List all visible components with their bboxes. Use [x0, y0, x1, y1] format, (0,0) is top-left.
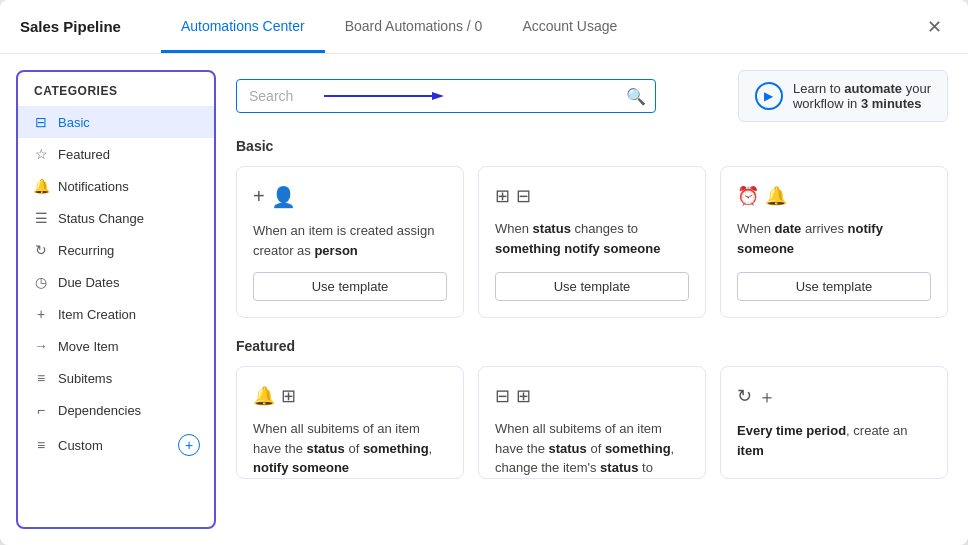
plus-icon: + — [253, 185, 265, 209]
sidebar-label-item-creation: Item Creation — [58, 307, 136, 322]
sidebar-icon-dependencies: ⌐ — [32, 402, 50, 418]
learn-banner: ▶ Learn to automate yourworkflow in 3 mi… — [738, 70, 948, 122]
sidebar-item-move-item[interactable]: → Move Item — [18, 330, 214, 362]
sidebar-label-basic: Basic — [58, 115, 90, 130]
tab-automations-center[interactable]: Automations Center — [161, 2, 325, 53]
basic-section-heading: Basic — [236, 138, 948, 154]
card-assign-creator-text: When an item is created assign creator a… — [253, 221, 447, 260]
play-icon: ▶ — [755, 82, 783, 110]
table-icon-2: ⊟ — [516, 185, 531, 207]
sidebar-label-move-item: Move Item — [58, 339, 119, 354]
header-tabs: Automations CenterBoard Automations / 0A… — [161, 2, 920, 52]
featured-card-1-icons: 🔔 ⊞ — [253, 385, 447, 407]
sidebar-item-status-change[interactable]: ☰ Status Change — [18, 202, 214, 234]
tab-board-automations[interactable]: Board Automations / 0 — [325, 2, 503, 53]
sidebar-item-subitems[interactable]: ≡ Subitems — [18, 362, 214, 394]
card-status-notify-text: When status changes to something notify … — [495, 219, 689, 260]
sidebar-item-due-dates[interactable]: ◷ Due Dates — [18, 266, 214, 298]
content-area: 🔍 ▶ Learn to automate yourworkflow in 3 … — [216, 54, 968, 545]
sidebar-item-featured[interactable]: ☆ Featured — [18, 138, 214, 170]
search-input[interactable] — [236, 79, 656, 113]
search-box: 🔍 — [236, 79, 656, 113]
sidebar-item-custom[interactable]: ≡ Custom + — [18, 426, 214, 464]
featured-card-2-icons: ⊟ ⊞ — [495, 385, 689, 407]
close-button[interactable]: ✕ — [920, 13, 948, 41]
card-date-notify-icons: ⏰ 🔔 — [737, 185, 931, 207]
clock-icon: ⏰ — [737, 185, 759, 207]
featured-section-heading: Featured — [236, 338, 948, 354]
add-custom-icon[interactable]: + — [178, 434, 200, 456]
grid-icon-1: ⊞ — [281, 385, 296, 407]
featured-card-subitems-status: ⊟ ⊞ When all subitems of an item have th… — [478, 366, 706, 479]
sidebar-label-due-dates: Due Dates — [58, 275, 119, 290]
table2-icon-1: ⊟ — [495, 385, 510, 407]
sidebar-icon-featured: ☆ — [32, 146, 50, 162]
sidebar-icon-move-item: → — [32, 338, 50, 354]
card-assign-creator: + 👤 When an item is created assign creat… — [236, 166, 464, 318]
sidebar-label-dependencies: Dependencies — [58, 403, 141, 418]
card-status-notify: ⊞ ⊟ When status changes to something not… — [478, 166, 706, 318]
sidebar-label-status-change: Status Change — [58, 211, 144, 226]
grid-icon-2: ⊞ — [516, 385, 531, 407]
sidebar-item-dependencies[interactable]: ⌐ Dependencies — [18, 394, 214, 426]
card-assign-creator-icons: + 👤 — [253, 185, 447, 209]
featured-card-time-period: ↻ ＋ Every time period, create an item — [720, 366, 948, 479]
recurring-icon: ↻ — [737, 385, 752, 409]
sidebar-icon-due-dates: ◷ — [32, 274, 50, 290]
sidebar-label-notifications: Notifications — [58, 179, 129, 194]
featured-cards-grid: 🔔 ⊞ When all subitems of an item have th… — [236, 366, 948, 479]
sidebar-item-notifications[interactable]: 🔔 Notifications — [18, 170, 214, 202]
table-icon-1: ⊞ — [495, 185, 510, 207]
sidebar-label-custom: Custom — [58, 438, 103, 453]
sidebar-icon-custom: ≡ — [32, 437, 50, 453]
search-icon: 🔍 — [626, 87, 646, 106]
sidebar-label-recurring: Recurring — [58, 243, 114, 258]
sidebar-icon-status-change: ☰ — [32, 210, 50, 226]
bell-icon-2: 🔔 — [253, 385, 275, 407]
bell-icon: 🔔 — [765, 185, 787, 207]
person-icon: 👤 — [271, 185, 296, 209]
card-date-notify-text: When date arrives notify someone — [737, 219, 931, 260]
plus-icon-2: ＋ — [758, 385, 776, 409]
sidebar: Categories ⊟ Basic ☆ Featured 🔔 Notifica… — [16, 70, 216, 529]
sidebar-header: Categories — [18, 72, 214, 106]
card-status-notify-icons: ⊞ ⊟ — [495, 185, 689, 207]
featured-card-1-text: When all subitems of an item have the st… — [253, 419, 447, 478]
sidebar-icon-basic: ⊟ — [32, 114, 50, 130]
featured-card-3-icons: ↻ ＋ — [737, 385, 931, 409]
sidebar-label-subitems: Subitems — [58, 371, 112, 386]
window-title: Sales Pipeline — [20, 18, 121, 35]
main-content: Categories ⊟ Basic ☆ Featured 🔔 Notifica… — [0, 54, 968, 545]
featured-card-subitems-notify: 🔔 ⊞ When all subitems of an item have th… — [236, 366, 464, 479]
card-date-notify: ⏰ 🔔 When date arrives notify someone Use… — [720, 166, 948, 318]
sidebar-icon-recurring: ↻ — [32, 242, 50, 258]
learn-text: Learn to automate yourworkflow in 3 minu… — [793, 81, 931, 111]
sidebar-icon-subitems: ≡ — [32, 370, 50, 386]
sidebar-icon-item-creation: + — [32, 306, 50, 322]
sidebar-label-featured: Featured — [58, 147, 110, 162]
header: Sales Pipeline Automations CenterBoard A… — [0, 0, 968, 54]
basic-cards-grid: + 👤 When an item is created assign creat… — [236, 166, 948, 318]
featured-card-2-text: When all subitems of an item have the st… — [495, 419, 689, 478]
use-template-button-1[interactable]: Use template — [253, 272, 447, 301]
featured-card-3-text: Every time period, create an item — [737, 421, 931, 460]
use-template-button-2[interactable]: Use template — [495, 272, 689, 301]
sidebar-icon-notifications: 🔔 — [32, 178, 50, 194]
sidebar-item-recurring[interactable]: ↻ Recurring — [18, 234, 214, 266]
main-window: Sales Pipeline Automations CenterBoard A… — [0, 0, 968, 545]
search-row: 🔍 ▶ Learn to automate yourworkflow in 3 … — [236, 70, 948, 122]
sidebar-item-item-creation[interactable]: + Item Creation — [18, 298, 214, 330]
sidebar-item-basic[interactable]: ⊟ Basic — [18, 106, 214, 138]
use-template-button-3[interactable]: Use template — [737, 272, 931, 301]
tab-account-usage[interactable]: Account Usage — [502, 2, 637, 53]
